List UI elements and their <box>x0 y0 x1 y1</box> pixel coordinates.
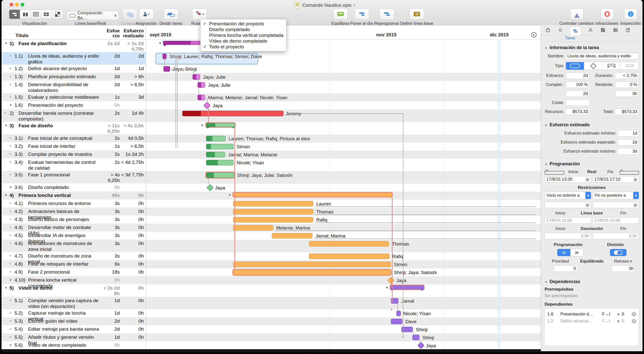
gantt-disclosure-icon[interactable]: ▼ <box>158 41 162 45</box>
set-baseline-button[interactable] <box>410 9 424 20</box>
type-group-option[interactable] <box>602 62 621 70</box>
gantt-task-bar[interactable] <box>412 335 419 340</box>
gantt-row[interactable]: Thomas <box>146 208 541 216</box>
task-effort[interactable]: 1d <box>102 298 120 303</box>
gantt-row[interactable]: Rafiq <box>146 252 541 260</box>
gantt-row[interactable]: Shinji <box>146 325 541 333</box>
gantt-task-bar[interactable] <box>182 111 283 116</box>
close-window-button[interactable] <box>10 3 13 7</box>
task-effort-done[interactable]: 0h <box>120 285 146 291</box>
task-effort[interactable]: 2s <box>102 160 120 165</box>
menu-item[interactable]: ✓Todo el proyecto <box>201 44 286 50</box>
task-effort-done[interactable]: < 4s 3,5h <box>120 123 146 129</box>
track-changes-button[interactable] <box>570 9 583 20</box>
task-effort[interactable]: 3s <box>102 209 120 214</box>
view-network-button[interactable] <box>42 10 52 19</box>
gantt-task-bar[interactable] <box>206 136 226 141</box>
tab-resource[interactable] <box>587 27 594 33</box>
task-effort[interactable]: 3s <box>102 225 120 230</box>
task-row[interactable]: ●4.6)Animaciones de monstruos de zona in… <box>2 240 146 252</box>
restrict-start-date-field[interactable]: ▦ <box>545 202 591 208</box>
task-effort[interactable]: 1d <box>102 334 120 340</box>
task-effort[interactable]: 3s <box>102 217 120 222</box>
task-effort[interactable]: 18s <box>102 269 120 275</box>
column-header-effort[interactable]: Esfue rzo <box>102 28 120 38</box>
gantt-task-bar[interactable] <box>233 225 273 230</box>
task-effort-done[interactable]: 0h <box>120 241 146 246</box>
dependent-row[interactable]: 1.2Definir alcance…F→I0✕ <box>547 318 636 325</box>
cost-field[interactable] <box>566 99 590 106</box>
task-row[interactable]: ▼5)Vídeo de demo< 2s 2d 8h0h <box>2 284 146 297</box>
disclosure-triangle-icon[interactable]: ▼ <box>5 41 10 45</box>
gantt-task-bar[interactable] <box>206 152 225 157</box>
tab-milestone[interactable] <box>557 27 564 33</box>
gantt-task-bar[interactable] <box>401 327 413 332</box>
catch-up-button[interactable] <box>355 9 369 20</box>
task-effort[interactable]: 3s <box>102 241 120 246</box>
gantt-row[interactable]: Jaya <box>146 184 541 192</box>
chevron-down-icon[interactable]: ▾ <box>354 4 355 7</box>
split-task-button[interactable] <box>164 9 178 20</box>
gantt-summary-bar[interactable] <box>233 193 392 197</box>
task-row[interactable]: ▼4)Primera loncha vertical45s0h <box>2 191 146 199</box>
disclosure-triangle-icon[interactable]: ▼ <box>5 285 10 290</box>
critical-path-button[interactable] <box>192 9 207 20</box>
task-effort[interactable]: 45s <box>102 193 120 198</box>
task-effort[interactable]: 0h <box>102 342 120 348</box>
view-gantt-button[interactable] <box>9 10 20 19</box>
task-effort-done[interactable]: > 6,5h <box>120 82 146 87</box>
stepper-icon[interactable] <box>615 312 622 316</box>
column-header-effort-done[interactable]: Esfuerzo realizado <box>120 28 146 38</box>
tab-export[interactable] <box>625 27 631 33</box>
gantt-row[interactable]: Jamal; Marina; Melanie <box>146 151 541 159</box>
task-row[interactable]: ●5.4)Editar metraje para banda sonora2d0… <box>2 325 146 333</box>
task-effort[interactable]: 2s 2d <box>102 41 120 46</box>
gantt-row[interactable]: Shinji; Lauren; Rafiq; Thomas; Simon; Da… <box>146 52 541 65</box>
gantt-summary-bar[interactable] <box>390 285 424 289</box>
task-effort-done[interactable]: > 6,5h <box>120 144 146 149</box>
gantt-row[interactable]: Dave <box>146 317 541 325</box>
restrict-start-popup[interactable]: Inicio no anterior a <box>545 192 591 199</box>
level-button[interactable] <box>333 9 348 20</box>
gantt-row[interactable]: Nicole; Yisan <box>146 159 541 171</box>
restrict-end-date-field[interactable]: ▦ <box>593 202 639 208</box>
asap-option[interactable]: ≪ <box>557 249 570 256</box>
zoom-in-icon[interactable]: + <box>531 32 537 38</box>
task-row[interactable]: ●4.8)Fase de retoques de interfaz6s0h <box>2 260 146 268</box>
task-effort-done[interactable]: 0h <box>120 269 146 275</box>
gantt-task-bar[interactable] <box>198 82 205 88</box>
task-row[interactable]: ●4.2)Animaciones básicas de personajes3s… <box>2 207 146 215</box>
gantt-row[interactable]: Shinji <box>146 333 541 341</box>
min-effort-field[interactable]: 1d <box>617 130 639 137</box>
gantt-row[interactable]: Marina; Melanie; Jamal; Nicole; Yisan <box>146 93 541 101</box>
gantt-disclosure-icon[interactable]: ▼ <box>201 124 204 127</box>
gantt-task-bar[interactable] <box>164 66 170 72</box>
task-row[interactable]: ●4.1)Primeros recursos de entorno3s0h <box>2 199 146 207</box>
task-row[interactable]: ▼3)Fase de diseño> 11s 0,25h< 4s 3,5h <box>2 122 146 134</box>
task-effort-done[interactable]: 0h <box>120 225 146 230</box>
task-effort-done[interactable]: 0h <box>120 217 146 222</box>
gantt-row[interactable]: Jaya; Julie <box>146 81 541 93</box>
gantt-task-bar[interactable] <box>309 254 390 259</box>
clear-delay-icon[interactable]: ✕ <box>629 259 632 263</box>
task-effort[interactable]: > 11s 0,25h <box>102 123 120 134</box>
gantt-task-bar[interactable] <box>272 233 312 239</box>
baseline-compare-popup[interactable]: Comparando: Ba… <box>67 11 119 20</box>
task-effort[interactable]: 1d <box>102 310 120 316</box>
gantt-row[interactable]: ▼ <box>146 284 541 297</box>
gantt-row[interactable]: ▼ <box>146 122 541 135</box>
task-effort-done[interactable]: 4d 0,5h <box>120 136 146 141</box>
gantt-row[interactable]: Simon <box>146 143 541 151</box>
task-row[interactable]: ●1.4)Determinar disponibilidad de colabo… <box>2 81 146 93</box>
split-toggle-button[interactable] <box>610 249 626 256</box>
gantt-row[interactable]: Melanie; Marina <box>146 224 541 232</box>
task-effort-done[interactable]: 0h <box>120 326 146 332</box>
task-effort[interactable]: 2s <box>102 152 120 157</box>
task-effort[interactable]: 0h <box>102 102 120 108</box>
task-row[interactable]: ▼1)Fase de planificación2s 2d< 1s 2d 4,7… <box>2 40 146 52</box>
task-effort-done[interactable]: 1d <box>120 66 146 71</box>
gantt-row[interactable]: Jaya <box>146 341 541 349</box>
assignment-button[interactable] <box>139 9 154 20</box>
menu-item[interactable]: Vídeo de demo completado <box>201 38 286 44</box>
delay-field[interactable]: 0h <box>611 265 635 272</box>
